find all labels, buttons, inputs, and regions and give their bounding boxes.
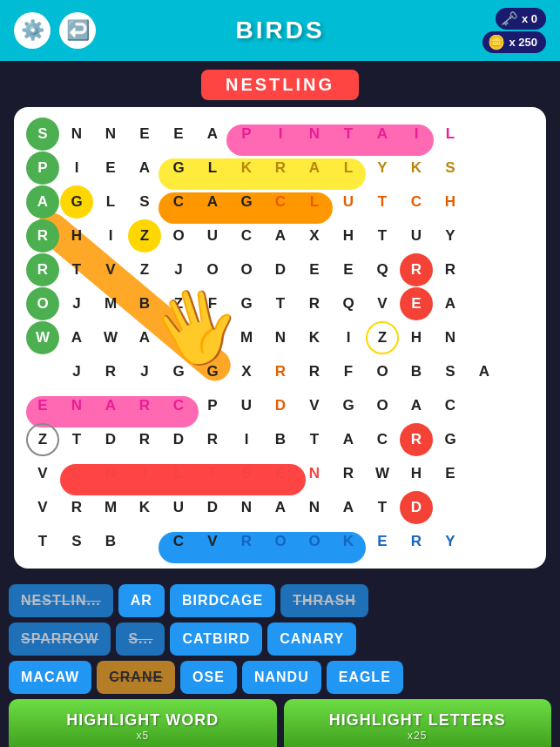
cell-12-10[interactable]: E (366, 525, 399, 558)
chip-s-partial[interactable]: S... (116, 622, 165, 656)
cell-10-10[interactable]: W (366, 457, 399, 490)
cell-2-1[interactable]: G (60, 185, 93, 219)
cell-4-12[interactable]: R (434, 253, 467, 286)
cell-3-11[interactable]: U (400, 219, 433, 252)
cell-10-4[interactable]: L (162, 457, 195, 490)
cell-8-9[interactable]: G (332, 389, 365, 422)
cell-9-6[interactable]: I (230, 423, 263, 456)
cell-5-1[interactable]: J (60, 287, 93, 320)
cell-12-4[interactable]: C (162, 525, 195, 558)
cell-6-0[interactable]: W (26, 321, 59, 354)
cell-7-2[interactable]: R (94, 355, 127, 388)
cell-3-6[interactable]: C (230, 219, 263, 252)
cell-1-2[interactable]: E (94, 151, 127, 185)
highlight-word-button[interactable]: HIGHLIGHT WORD x5 (9, 699, 277, 747)
chip-macaw[interactable]: MACAW (9, 661, 91, 694)
cell-9-2[interactable]: D (94, 423, 127, 456)
chip-thrash[interactable]: THRASH (280, 584, 368, 617)
cell-11-0[interactable]: V (26, 491, 59, 524)
cell-8-1[interactable]: N (60, 389, 93, 422)
cell-9-4[interactable]: D (162, 423, 195, 456)
cell-12-2[interactable]: B (94, 525, 127, 558)
cell-0-3[interactable]: E (128, 118, 161, 151)
chip-sparrow[interactable]: SPARROW (9, 622, 111, 656)
cell-1-9[interactable]: L (332, 151, 365, 185)
cell-8-11[interactable]: A (400, 389, 433, 422)
cell-1-11[interactable]: K (400, 151, 433, 185)
cell-8-0[interactable]: E (26, 389, 59, 422)
cell-11-10[interactable]: T (366, 491, 399, 524)
cell-0-7[interactable]: I (264, 118, 297, 151)
cell-12-12[interactable]: Y (434, 525, 467, 558)
cell-10-12[interactable]: E (434, 457, 467, 490)
cell-12-0[interactable]: T (26, 525, 59, 558)
cell-8-5[interactable]: P (196, 389, 229, 422)
cell-4-0[interactable]: R (26, 253, 59, 286)
cell-11-4[interactable]: U (162, 491, 195, 524)
cell-5-4[interactable]: Z (162, 287, 195, 320)
cell-11-8[interactable]: N (298, 491, 331, 524)
chip-nestling[interactable]: NESTLIN... (9, 584, 113, 617)
cell-2-12[interactable]: H (434, 185, 467, 219)
cell-6-9[interactable]: I (332, 321, 365, 354)
cell-8-7[interactable]: D (264, 389, 297, 422)
cell-1-12[interactable]: S (434, 151, 467, 185)
cell-11-5[interactable]: D (196, 491, 229, 524)
cell-6-1[interactable]: A (60, 321, 93, 354)
cell-1-3[interactable]: A (128, 151, 161, 185)
cell-10-6[interactable]: S (230, 457, 263, 490)
cell-4-4[interactable]: J (162, 253, 195, 286)
cell-8-10[interactable]: O (366, 389, 399, 422)
cell-7-0[interactable] (26, 355, 59, 388)
cell-4-9[interactable]: E (332, 253, 365, 286)
cell-7-6[interactable]: X (230, 355, 263, 388)
cell-10-11[interactable]: H (400, 457, 433, 490)
cell-3-4[interactable]: O (162, 219, 195, 252)
cell-3-3[interactable]: Z (128, 219, 161, 252)
cell-4-11[interactable]: R (400, 253, 433, 286)
chip-canary[interactable]: CANARY (267, 622, 356, 656)
cell-8-12[interactable]: C (434, 389, 467, 422)
chip-crane[interactable]: CRANE (97, 661, 175, 694)
cell-9-9[interactable]: A (332, 423, 365, 456)
cell-5-7[interactable]: T (264, 287, 297, 320)
cell-5-10[interactable]: V (366, 287, 399, 320)
cell-9-1[interactable]: T (60, 423, 93, 456)
cell-9-0[interactable]: Z (26, 423, 59, 456)
cell-0-11[interactable]: I (400, 118, 433, 151)
cell-9-7[interactable]: B (264, 423, 297, 456)
cell-2-6[interactable]: G (230, 185, 263, 219)
cell-9-11[interactable]: R (400, 423, 433, 456)
cell-3-2[interactable]: I (94, 219, 127, 252)
cell-0-10[interactable]: A (366, 118, 399, 151)
cell-9-3[interactable]: R (128, 423, 161, 456)
cell-12-8[interactable]: O (298, 525, 331, 558)
cell-1-1[interactable]: I (60, 151, 93, 185)
cell-5-11[interactable]: E (400, 287, 433, 320)
cell-3-7[interactable]: A (264, 219, 297, 252)
cell-5-12[interactable]: A (434, 287, 467, 320)
cell-5-9[interactable]: Q (332, 287, 365, 320)
cell-7-4[interactable]: G (162, 355, 195, 388)
cell-4-2[interactable]: V (94, 253, 127, 286)
cell-11-1[interactable]: R (60, 491, 93, 524)
cell-11-3[interactable]: K (128, 491, 161, 524)
cell-6-12[interactable]: N (434, 321, 467, 354)
cell-1-6[interactable]: K (230, 151, 263, 185)
cell-1-4[interactable]: G (162, 151, 195, 185)
cell-2-5[interactable]: A (196, 185, 229, 219)
cell-7-8[interactable]: R (298, 355, 331, 388)
cell-11-7[interactable]: A (264, 491, 297, 524)
cell-10-0[interactable]: V (26, 457, 59, 490)
cell-10-3[interactable]: I (128, 457, 161, 490)
cell-7-3[interactable]: J (128, 355, 161, 388)
cell-6-7[interactable]: N (264, 321, 297, 354)
cell-0-6[interactable]: P (230, 118, 263, 151)
chip-catbird[interactable]: CATBIRD (170, 622, 262, 656)
cell-9-10[interactable]: C (366, 423, 399, 456)
cell-7-10[interactable]: O (366, 355, 399, 388)
cell-6-10[interactable]: Z (366, 321, 399, 354)
chip-ar[interactable]: AR (118, 584, 165, 617)
cell-11-2[interactable]: M (94, 491, 127, 524)
cell-0-0[interactable]: S (26, 118, 59, 151)
